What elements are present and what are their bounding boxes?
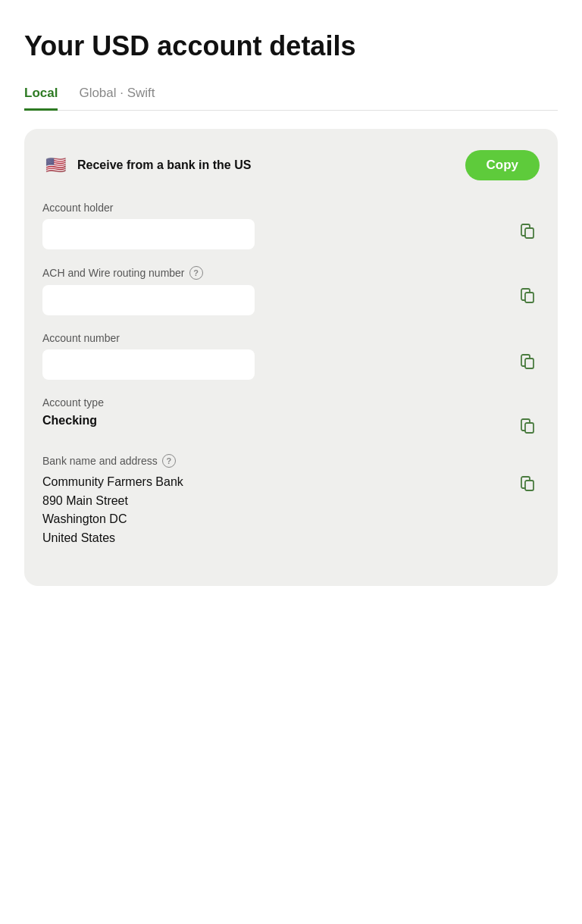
account-number-row: Account number <box>42 332 540 380</box>
card-header: 🇺🇸 Receive from a bank in the US Copy <box>42 150 540 180</box>
account-holder-field: Account holder <box>42 202 503 249</box>
svg-rect-2 <box>525 359 534 368</box>
account-type-value: Checking <box>42 414 503 428</box>
svg-rect-3 <box>525 423 534 433</box>
account-holder-input <box>42 219 255 249</box>
account-type-field: Account type Checking <box>42 396 503 428</box>
copy-all-button[interactable]: Copy <box>465 150 540 180</box>
copy-ach-routing-icon[interactable] <box>515 283 540 307</box>
ach-routing-field: ACH and Wire routing number ? <box>42 266 503 315</box>
ach-routing-label: ACH and Wire routing number ? <box>42 266 503 280</box>
us-flag-icon: 🇺🇸 <box>42 152 68 178</box>
tab-global-swift[interactable]: Global · Swift <box>79 86 155 111</box>
svg-rect-0 <box>525 228 534 238</box>
copy-account-type-icon[interactable] <box>515 413 540 437</box>
ach-routing-row: ACH and Wire routing number ? <box>42 266 540 315</box>
copy-account-holder-icon[interactable] <box>515 218 540 243</box>
copy-account-number-icon[interactable] <box>515 349 540 373</box>
bank-address-field: Bank name and address ? Community Farmer… <box>42 454 503 548</box>
account-holder-label: Account holder <box>42 202 503 214</box>
account-details-card: 🇺🇸 Receive from a bank in the US Copy Ac… <box>24 129 558 586</box>
ach-routing-help-icon[interactable]: ? <box>189 266 203 280</box>
bank-address-label: Bank name and address ? <box>42 454 503 468</box>
bank-address-value: Community Farmers Bank 890 Main Street W… <box>42 473 503 548</box>
account-holder-row: Account holder <box>42 202 540 249</box>
ach-routing-input <box>42 285 255 315</box>
svg-rect-4 <box>525 481 534 490</box>
tabs-container: Local Global · Swift <box>24 86 558 111</box>
account-type-label: Account type <box>42 396 503 409</box>
account-type-row: Account type Checking <box>42 396 540 437</box>
account-number-input <box>42 349 255 380</box>
card-header-left: 🇺🇸 Receive from a bank in the US <box>42 152 251 178</box>
account-number-field: Account number <box>42 332 503 380</box>
copy-bank-address-icon[interactable] <box>515 471 540 495</box>
bank-address-help-icon[interactable]: ? <box>162 454 176 468</box>
bank-address-row: Bank name and address ? Community Farmer… <box>42 454 540 548</box>
page-title: Your USD account details <box>24 30 558 61</box>
tab-local[interactable]: Local <box>24 86 58 111</box>
svg-rect-1 <box>525 293 534 302</box>
receive-label: Receive from a bank in the US <box>77 158 251 172</box>
account-number-label: Account number <box>42 332 503 344</box>
